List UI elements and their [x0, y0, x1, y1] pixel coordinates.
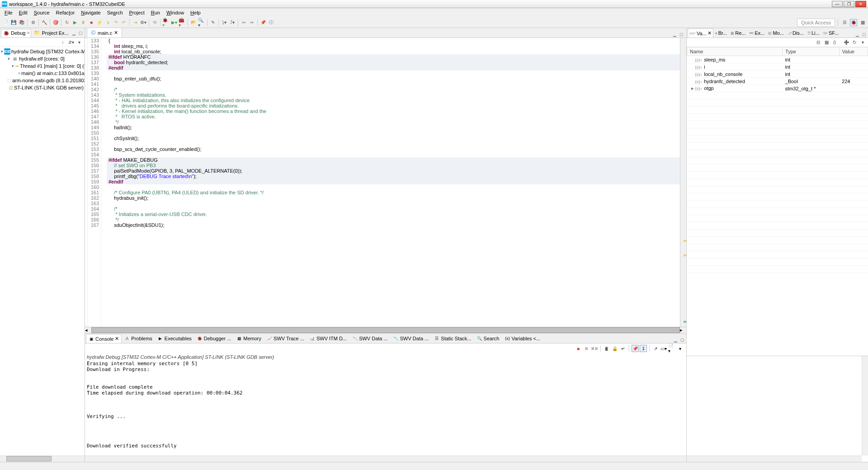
vars-menu-button[interactable]: ▾	[859, 39, 866, 46]
bottom-tab-problems[interactable]: ⚠Problems	[122, 334, 155, 343]
vars-refresh-button[interactable]: ↻	[851, 39, 858, 46]
folding-gutter[interactable]	[101, 38, 107, 327]
next-annotation-button[interactable]: ⤵▾	[221, 19, 228, 26]
bottom-tab-memory[interactable]: ▦Memory	[234, 334, 264, 343]
bottom-tab-swv-itm-d-[interactable]: 📊SWV ITM D...	[307, 334, 349, 343]
maximize-button[interactable]: ❐	[844, 1, 854, 7]
tab-close-icon[interactable]: ✕	[27, 31, 30, 35]
bottom-tab-variables-[interactable]: (x)Variables <...	[502, 334, 543, 343]
pin-button[interactable]: 📌	[259, 19, 267, 26]
prev-annotation-button[interactable]: ⤴▾	[229, 19, 236, 26]
step-over-button[interactable]: ↷	[112, 19, 119, 26]
back-button[interactable]: ⇦	[240, 19, 247, 26]
code-text-area[interactable]: { int sleep_ms, i; int local_nb_console;…	[107, 38, 680, 327]
variable-row[interactable]: (x)=hydranfc_detected_Bool224	[687, 78, 868, 85]
debug-launch-node[interactable]: ▾IDE hydrafw Debug [STM32 Cortex-M C/C..…	[1, 48, 84, 55]
step-into-button[interactable]: ↴	[104, 19, 111, 26]
bottom-tab-search[interactable]: 🔍Search	[474, 334, 502, 343]
tab-debug[interactable]: 🐞 Debug ✕	[1, 29, 31, 38]
debug-tree[interactable]: ▾IDE hydrafw Debug [STM32 Cortex-M C/C..…	[0, 47, 85, 456]
var-tab-1[interactable]: ●Br...	[713, 28, 729, 38]
bottom-tab-debugger-[interactable]: 🐞Debugger ...	[194, 334, 234, 343]
debug-stackframe-node[interactable]: ≡ main() at main.c:133 0x801a...	[1, 70, 84, 77]
bottom-tab-static-stack-[interactable]: ☰Static Stack...	[431, 334, 474, 343]
var-tab-5[interactable]: ⎇Dis...	[786, 28, 806, 38]
console-remove-all-button[interactable]: ✖✖	[591, 345, 598, 352]
var-col-name[interactable]: Name	[687, 47, 783, 56]
var-tab-4[interactable]: ▤Mo...	[766, 28, 785, 38]
bottom-tab-swv-data-[interactable]: 📉SWV Data ...	[349, 334, 391, 343]
variable-row[interactable]: (x)=iint	[687, 63, 868, 70]
console-display-button[interactable]: ▭▾	[660, 345, 667, 352]
debug-toolbar-btn2[interactable]: ⇵▾	[67, 39, 75, 46]
vars-add-button[interactable]: ➕	[843, 39, 850, 46]
target-button[interactable]: 🎯	[52, 19, 59, 26]
bottom-minimize-icon[interactable]: ▁	[672, 337, 679, 343]
vars-layout-button[interactable]: ▦	[823, 39, 830, 46]
save-all-button[interactable]: 📚	[18, 19, 25, 26]
var-tab-7[interactable]: SFSF...	[821, 28, 840, 38]
console-pin-button[interactable]: 📌	[632, 345, 639, 352]
bottom-tab-executables[interactable]: ▶Executables	[155, 334, 194, 343]
variable-row[interactable]: (x)=sleep_msint	[687, 56, 868, 63]
editor-hscrollbar[interactable]: ◂▸	[85, 327, 686, 333]
debug-stlink-node[interactable]: ◫ ST-LINK (ST-LINK GDB server)	[1, 84, 84, 91]
console-word-wrap-button[interactable]: ↵	[619, 345, 627, 352]
run-button[interactable]: ▶▾	[170, 19, 178, 26]
editor-tab-close-icon[interactable]: ✕	[114, 30, 118, 36]
menu-edit[interactable]: Edit	[16, 9, 30, 16]
var-tab-0[interactable]: (x)=Va... ✕	[688, 28, 713, 38]
var-tab-6[interactable]: ☰Li...	[806, 28, 821, 38]
debug-gdb-node[interactable]: ⬚ arm-none-eabi-gdb (8.1.0.2018031...	[1, 77, 84, 84]
variable-row[interactable]: ▸(x)=otgpstm32_otg_t *	[687, 85, 868, 92]
console-terminate-button[interactable]: ■	[575, 345, 582, 352]
menu-source[interactable]: Source	[31, 9, 52, 16]
quick-access-input[interactable]: Quick Access	[797, 19, 835, 27]
variables-table[interactable]: Name Type Value (x)=sleep_msint(x)=iint(…	[687, 47, 868, 356]
console-show-on-output-button[interactable]: ↧	[640, 345, 647, 352]
save-button[interactable]: 💾	[10, 19, 17, 26]
maximize-view-icon[interactable]: ▢	[77, 30, 84, 36]
perspective-cpp[interactable]: ☰	[841, 19, 848, 26]
editor-maximize-icon[interactable]: ▢	[678, 31, 684, 38]
minimize-view-icon[interactable]: ▁	[71, 30, 77, 36]
bottom-maximize-icon[interactable]: ▢	[679, 337, 685, 343]
debug-elf-node[interactable]: ▾▦ hydrafw.elf [cores: 0]	[1, 55, 84, 62]
debug-view-menu[interactable]: ▾	[75, 39, 83, 46]
var-col-value[interactable]: Value	[839, 47, 868, 56]
terminate-button[interactable]: ■	[88, 19, 95, 26]
console-remove-button[interactable]: ✖	[583, 345, 590, 352]
console-clear-button[interactable]: 🗑	[603, 345, 610, 352]
vars-minimize-icon[interactable]: ▁	[854, 31, 860, 38]
menu-refactor[interactable]: Refactor	[53, 9, 78, 16]
restart-button[interactable]: ↻	[63, 19, 71, 26]
instruction-step-button[interactable]: ⇥	[132, 19, 139, 26]
tab-close-icon[interactable]: ✕	[115, 336, 119, 342]
open-type-button[interactable]: 📂	[190, 19, 197, 26]
step-return-button[interactable]: ↶	[120, 19, 127, 26]
step-mode-button[interactable]: ⚙▾	[140, 19, 147, 26]
var-col-type[interactable]: Type	[783, 47, 840, 56]
search-button[interactable]: 🔍▾	[198, 19, 205, 26]
tab-project-explorer[interactable]: 📁 Project Ex...	[32, 29, 69, 37]
overview-ruler[interactable]	[680, 38, 686, 327]
close-button[interactable]: ✕	[855, 1, 866, 7]
menu-search[interactable]: Search	[104, 9, 126, 16]
variables-detail-pane[interactable]	[687, 356, 868, 462]
vars-collapse-button[interactable]: ⊟	[815, 39, 822, 46]
resume-button[interactable]: ▶	[71, 19, 79, 26]
code-editor[interactable]: 1331341351361371381391401411421431441451…	[85, 38, 686, 327]
menu-help[interactable]: Help	[188, 9, 203, 16]
console-scroll-lock-button[interactable]: 🔒	[611, 345, 618, 352]
bottom-tab-swv-data-[interactable]: 📉SWV Data ...	[391, 334, 432, 343]
vars-maximize-icon[interactable]: ▢	[861, 31, 867, 38]
disconnect-button[interactable]: ⚡	[96, 19, 103, 26]
console-hscroll[interactable]	[85, 456, 686, 462]
console-new-button[interactable]: 📄▾	[668, 345, 675, 352]
reset-chip-button[interactable]: ⟲	[151, 19, 158, 26]
perspective-other[interactable]: ▦	[859, 19, 866, 26]
menu-file[interactable]: File	[2, 9, 15, 16]
build-button[interactable]: 🔨	[41, 19, 48, 26]
var-tab-3[interactable]: 👓Ex...	[747, 28, 766, 38]
debug-button[interactable]: 🐞▾	[162, 19, 170, 26]
